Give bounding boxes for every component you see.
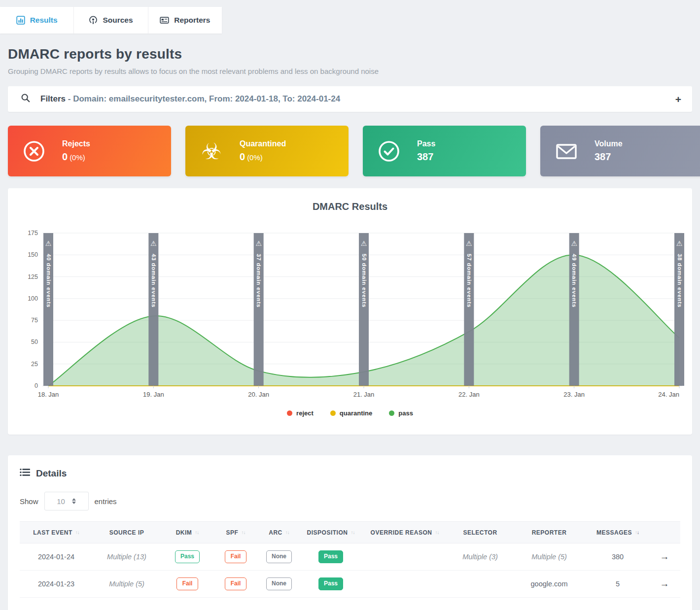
tab-results[interactable]: Results bbox=[0, 7, 74, 34]
svg-text:175: 175 bbox=[28, 230, 38, 237]
warning-icon: ⚠ bbox=[676, 239, 683, 247]
filters-label: Filters bbox=[40, 94, 66, 103]
envelope-icon bbox=[552, 141, 581, 161]
domain-events-label: 43 domain events bbox=[151, 254, 157, 307]
arrow-right-icon[interactable]: → bbox=[660, 551, 669, 562]
column-label: DISPOSITION bbox=[307, 529, 348, 536]
cell-last_event: 2024-01-24 bbox=[20, 543, 93, 571]
cell-dkim: Fail bbox=[161, 571, 214, 598]
tab-results-label: Results bbox=[30, 16, 58, 25]
cell-selector bbox=[449, 571, 512, 598]
sort-icon[interactable]: ↑↓ bbox=[435, 530, 439, 535]
sort-icon[interactable]: ↑↓ bbox=[350, 530, 354, 535]
stat-card-pass: Pass 387 bbox=[363, 126, 526, 176]
svg-text:22. Jan: 22. Jan bbox=[458, 391, 480, 398]
arc-badge: None bbox=[266, 577, 292, 590]
column-header-disposition[interactable]: DISPOSITION↑↓ bbox=[301, 522, 361, 543]
quarantine-legend-dot-icon bbox=[330, 410, 336, 416]
selector-value: Multiple (3) bbox=[462, 553, 498, 561]
list-icon bbox=[20, 468, 30, 479]
svg-text:21. Jan: 21. Jan bbox=[353, 391, 375, 398]
dmarc-results-chart: 0255075100125150175⚠40 domain events⚠43 … bbox=[16, 226, 684, 404]
page-size-value: 10 bbox=[57, 497, 65, 506]
column-header-last_event[interactable]: LAST EVENT↑↓ bbox=[20, 522, 93, 543]
cell-disposition: Pass bbox=[301, 543, 361, 571]
entries-label: entries bbox=[95, 497, 117, 506]
sort-icon[interactable]: ↑↓ bbox=[241, 530, 245, 535]
column-header-spf[interactable]: SPF↑↓ bbox=[214, 522, 257, 543]
sort-icon[interactable]: ↑↓ bbox=[635, 530, 639, 535]
legend-item-quarantine[interactable]: quarantine bbox=[330, 409, 372, 417]
sort-icon[interactable]: ↑↓ bbox=[285, 530, 289, 535]
cell-dkim: Pass bbox=[161, 543, 214, 571]
view-tabs: Results Sources Reporters bbox=[0, 7, 222, 34]
messages-value: 5 bbox=[616, 580, 620, 588]
stat-cards: Rejects 0(0%) ☣ Quarantined 0(0%) Pass 3… bbox=[0, 126, 700, 176]
reject-legend-dot-icon bbox=[287, 410, 292, 416]
bar-chart-icon bbox=[16, 16, 25, 25]
column-label: REPORTER bbox=[532, 529, 567, 536]
column-header-reporter: REPORTER bbox=[512, 522, 587, 543]
arrow-right-icon[interactable]: → bbox=[660, 578, 669, 589]
column-header-messages[interactable]: MESSAGES↑↓ bbox=[587, 522, 649, 543]
tab-reporters[interactable]: Reporters bbox=[148, 7, 222, 34]
svg-text:75: 75 bbox=[31, 317, 38, 324]
cell-reporter: Multiple (5) bbox=[512, 543, 587, 571]
svg-text:150: 150 bbox=[28, 251, 38, 258]
stat-card-quarantined: ☣ Quarantined 0(0%) bbox=[185, 126, 349, 176]
reporter-value: google.com bbox=[531, 580, 568, 588]
table-row: 2024-01-24Multiple (13)PassFailNonePassM… bbox=[20, 543, 680, 571]
stat-value: 387 bbox=[595, 151, 611, 162]
cell-last_event: 2024-01-23 bbox=[20, 571, 93, 598]
legend-item-reject[interactable]: reject bbox=[287, 409, 314, 417]
warning-icon: ⚠ bbox=[571, 239, 577, 247]
expand-filters-icon[interactable]: + bbox=[675, 94, 681, 104]
cell-action: → bbox=[649, 543, 680, 571]
column-label: OVERRIDE REASON bbox=[371, 529, 432, 536]
svg-text:23. Jan: 23. Jan bbox=[563, 391, 585, 398]
select-arrows-icon bbox=[72, 498, 76, 504]
legend-item-pass[interactable]: pass bbox=[389, 409, 413, 417]
cell-disposition: Pass bbox=[301, 571, 361, 598]
details-table: LAST EVENT↑↓SOURCE IPDKIM↑↓SPF↑↓ARC↑↓DIS… bbox=[20, 521, 680, 598]
cell-spf: Fail bbox=[214, 571, 257, 598]
column-label: SPF bbox=[226, 529, 239, 536]
column-label: SELECTOR bbox=[463, 529, 497, 536]
sort-icon[interactable]: ↑↓ bbox=[195, 530, 199, 535]
svg-text:125: 125 bbox=[28, 273, 38, 280]
details-card: Details Show 10 entries LAST EVENT↑↓SOUR… bbox=[8, 455, 692, 610]
cell-source_ip: Multiple (13) bbox=[93, 543, 161, 571]
details-title: Details bbox=[36, 468, 67, 479]
source_ip-value: Multiple (13) bbox=[107, 553, 146, 561]
cell-source_ip: Multiple (5) bbox=[93, 571, 161, 598]
cell-selector: Multiple (3) bbox=[449, 543, 512, 571]
column-header-override_reason[interactable]: OVERRIDE REASON↑↓ bbox=[361, 522, 449, 543]
domain-events-label: 37 domain events bbox=[256, 254, 262, 307]
warning-icon: ⚠ bbox=[361, 239, 367, 247]
domain-events-label: 38 domain events bbox=[677, 254, 683, 307]
legend-label: pass bbox=[398, 409, 413, 417]
stat-percent: (0%) bbox=[70, 153, 85, 162]
spf-badge: Fail bbox=[225, 550, 246, 563]
domain-events-label: 57 domain events bbox=[466, 254, 472, 307]
chart-legend: rejectquarantinepass bbox=[16, 409, 684, 417]
newspaper-icon bbox=[160, 16, 169, 25]
stat-label: Pass bbox=[417, 139, 435, 148]
table-row: 2024-01-23Multiple (5)FailFailNonePassgo… bbox=[20, 571, 680, 598]
column-header-source_ip: SOURCE IP bbox=[93, 522, 161, 543]
domain-events-label: 40 domain events bbox=[46, 254, 52, 307]
filters-bar[interactable]: Filters - Domain: emailsecuritytester.co… bbox=[8, 86, 692, 112]
stat-label: Quarantined bbox=[240, 139, 286, 148]
column-header-dkim[interactable]: DKIM↑↓ bbox=[161, 522, 214, 543]
reporter-value: Multiple (5) bbox=[531, 553, 567, 561]
column-header-arc[interactable]: ARC↑↓ bbox=[257, 522, 301, 543]
svg-text:19. Jan: 19. Jan bbox=[143, 391, 164, 398]
legend-label: quarantine bbox=[340, 409, 372, 417]
cell-messages: 380 bbox=[587, 543, 649, 571]
last_event-value: 2024-01-24 bbox=[38, 553, 74, 561]
cell-override_reason bbox=[361, 543, 449, 571]
biohazard-icon: ☣ bbox=[197, 140, 226, 163]
page-size-select[interactable]: 10 bbox=[44, 492, 89, 510]
sort-icon[interactable]: ↑↓ bbox=[75, 530, 79, 535]
tab-sources[interactable]: Sources bbox=[74, 7, 148, 34]
